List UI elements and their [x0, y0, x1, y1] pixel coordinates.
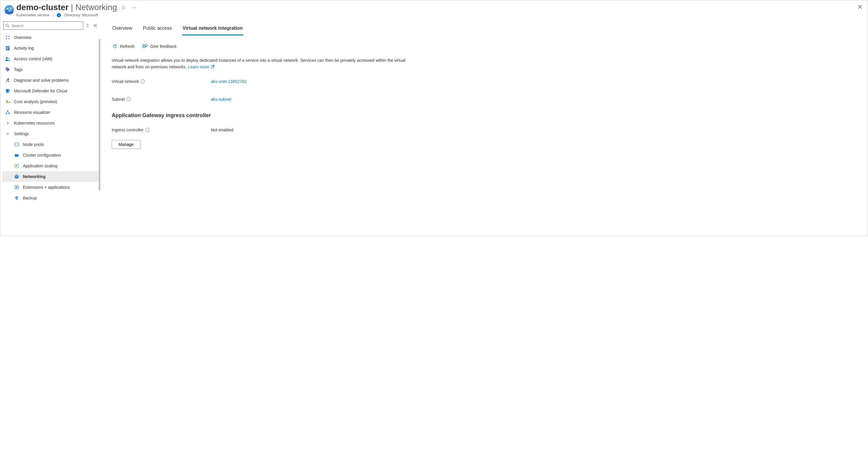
svg-line-10	[8, 26, 9, 27]
info-hint-icon[interactable]: i	[141, 79, 145, 84]
sidebar-item-label: Access control (IAM)	[14, 57, 52, 61]
sidebar-item-extensions[interactable]: Extensions + applications	[2, 182, 100, 193]
tab-bar: Overview Public access Virtual network i…	[112, 23, 862, 35]
tab-overview[interactable]: Overview	[112, 23, 133, 35]
search-input[interactable]	[11, 24, 81, 28]
svg-rect-17	[6, 48, 9, 49]
favorite-star-icon[interactable]: ☆	[120, 4, 127, 11]
svg-rect-42	[145, 45, 147, 47]
page-header: demo-cluster | Networking ☆ ⋯ Kubernetes…	[0, 0, 868, 17]
collapse-sidebar-icon[interactable]	[92, 23, 99, 29]
vnet-label: Virtual network	[112, 79, 139, 84]
manage-button[interactable]: Manage	[112, 140, 141, 149]
chevron-right-icon	[5, 120, 10, 126]
activity-log-icon	[5, 46, 10, 51]
main-content: Overview Public access Virtual network i…	[100, 20, 868, 234]
ingress-label: Ingress controller	[112, 127, 144, 132]
page-title-section: Networking	[75, 3, 117, 12]
resource-name: demo-cluster	[16, 3, 69, 12]
tags-icon	[5, 67, 10, 72]
svg-line-28	[8, 112, 9, 113]
svg-point-38	[16, 177, 17, 177]
access-control-icon	[5, 56, 10, 61]
sidebar-item-backup[interactable]: Backup	[2, 193, 100, 203]
svg-rect-40	[16, 186, 18, 188]
sidebar-group-settings[interactable]: Settings	[2, 128, 100, 139]
extensions-icon	[14, 184, 19, 190]
svg-point-14	[8, 38, 9, 39]
divider	[53, 13, 53, 17]
vnet-value-link[interactable]: aks-vnet-13852782	[211, 79, 247, 84]
cost-icon: $	[5, 99, 10, 104]
svg-point-30	[16, 144, 16, 145]
sidebar-item-access-control[interactable]: Access control (IAM)	[2, 54, 100, 64]
svg-rect-18	[6, 49, 8, 49]
chevron-down-icon	[5, 131, 10, 137]
title-row: demo-cluster | Networking ☆ ⋯	[16, 3, 864, 12]
tab-public-access[interactable]: Public access	[142, 23, 173, 35]
sidebar-item-diagnose[interactable]: Diagnose and solve problems	[2, 75, 100, 86]
info-icon[interactable]: i	[57, 13, 61, 17]
more-actions-icon[interactable]: ⋯	[130, 4, 138, 11]
learn-more-link[interactable]: Learn more	[188, 64, 215, 69]
info-hint-icon[interactable]: i	[145, 128, 149, 132]
sidebar-item-activity-log[interactable]: Activity log	[2, 43, 100, 54]
subnet-row: Subnet i aks-subnet	[112, 94, 862, 104]
svg-point-19	[6, 57, 8, 59]
search-icon	[5, 24, 9, 28]
svg-point-12	[8, 36, 9, 37]
feedback-button[interactable]: Give feedback	[141, 42, 177, 50]
svg-point-41	[143, 45, 144, 47]
svg-point-24	[7, 110, 8, 112]
ingress-row: Ingress controller i Not enabled	[112, 125, 862, 135]
networking-icon	[14, 174, 19, 179]
svg-point-26	[9, 113, 10, 114]
sidebar-item-label: Extensions + applications	[23, 185, 70, 189]
sidebar-item-overview[interactable]: Overview	[2, 32, 100, 43]
feedback-icon	[142, 44, 148, 49]
sidebar-item-resource-visualizer[interactable]: Resource visualizer	[2, 107, 100, 118]
overview-icon	[5, 35, 10, 40]
svg-point-20	[8, 58, 9, 59]
page-title-separator: |	[69, 3, 75, 12]
toolbar: Refresh Give feedback	[112, 42, 862, 50]
sidebar-item-cluster-config[interactable]: Cluster configuration	[2, 150, 100, 160]
info-hint-icon[interactable]: i	[127, 97, 131, 101]
backup-icon	[14, 195, 19, 201]
sidebar-item-tags[interactable]: Tags	[2, 64, 100, 75]
section-heading-agic: Application Gateway ingress controller	[112, 112, 862, 119]
svg-rect-16	[6, 47, 9, 48]
sidebar-item-defender[interactable]: Microsoft Defender for Cloud	[2, 86, 100, 96]
external-link-icon	[211, 65, 215, 69]
svg-point-36	[16, 176, 16, 176]
resource-type-label: Kubernetes service	[16, 13, 49, 17]
refresh-button[interactable]: Refresh	[112, 42, 135, 50]
svg-rect-34	[15, 164, 19, 168]
sidebar: Overview Activity log Access control (IA…	[0, 20, 100, 234]
sidebar-item-networking[interactable]: Networking	[2, 171, 100, 182]
sidebar-item-label: Application scaling	[23, 164, 57, 168]
app-scaling-icon	[14, 163, 19, 169]
subnet-value-link[interactable]: aks-subnet	[211, 97, 231, 102]
sidebar-item-label: Resource visualizer	[14, 110, 50, 115]
refresh-label: Refresh	[120, 44, 134, 49]
defender-icon	[5, 88, 10, 94]
sidebar-scrollbar[interactable]	[99, 39, 100, 190]
refresh-icon	[112, 44, 118, 49]
sidebar-item-label: Backup	[23, 196, 37, 200]
sidebar-item-cost-analysis[interactable]: $ Cost analysis (preview)	[2, 96, 100, 107]
sidebar-item-label: Activity log	[14, 46, 34, 51]
svg-point-11	[6, 36, 7, 37]
svg-line-27	[6, 112, 8, 113]
close-button[interactable]	[858, 4, 862, 9]
aks-cluster-icon	[4, 4, 14, 15]
sidebar-item-label: Tags	[14, 67, 23, 72]
sidebar-item-node-pools[interactable]: Node pools	[2, 139, 100, 150]
expand-toggle-icon[interactable]	[85, 22, 90, 29]
tab-vnet-integration[interactable]: Virtual network integration	[182, 23, 243, 35]
sidebar-item-label: Node pools	[23, 142, 44, 147]
sidebar-search[interactable]	[3, 21, 83, 30]
sidebar-item-label: Cost analysis (preview)	[14, 99, 57, 104]
sidebar-group-kubernetes-resources[interactable]: Kubernetes resources	[2, 118, 100, 128]
sidebar-item-app-scaling[interactable]: Application scaling	[2, 160, 100, 171]
